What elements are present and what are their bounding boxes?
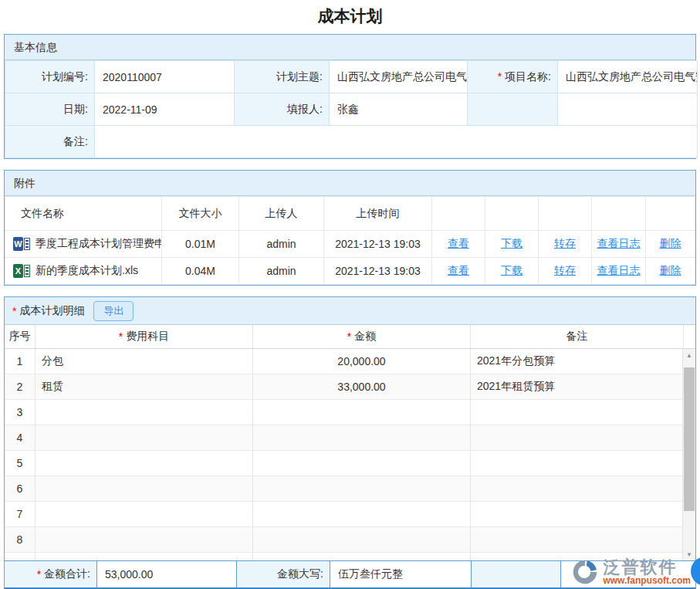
details-rows: 1分包20,000.002021年分包预算2租赁33,000.002021年租赁…	[5, 349, 695, 560]
plan-no-label: 计划编号:	[5, 61, 95, 93]
transfer-link[interactable]: 转存	[554, 264, 576, 276]
delete-link[interactable]: 删除	[660, 237, 681, 249]
reporter-label: 填报人:	[235, 93, 330, 126]
view-log-cell: 查看日志	[592, 258, 646, 285]
view-cell: 查看	[432, 258, 485, 285]
delete-link[interactable]: 删除	[660, 264, 681, 276]
scrollbar-thumb[interactable]	[684, 367, 695, 511]
download-link[interactable]: 下载	[501, 264, 522, 276]
scroll-up-icon[interactable]: ▲	[683, 349, 695, 361]
attachments-tbody: W季度工程成本计划管理费申0.01Madmin2021-12-13 19:03查…	[5, 231, 695, 285]
cost-plan-details-panel: 成本计划明细 导出 序号 费用科目 金额 备注 1分包20,000.002021…	[4, 296, 696, 589]
remark-cell	[471, 476, 684, 502]
subject-cell	[36, 451, 253, 476]
excel-file-icon: X	[13, 264, 30, 278]
amount-in-words-value: 伍万叁仟元整	[330, 561, 472, 587]
plan-subject-label: 计划主题:	[235, 61, 330, 93]
amount-cell	[253, 527, 471, 553]
subject-cell	[36, 400, 253, 425]
file-size-cell: 0.04M	[162, 258, 239, 285]
col-action-2	[485, 197, 539, 231]
upload-time-cell: 2021-12-13 19:03	[324, 258, 432, 285]
col-action-1	[432, 197, 485, 231]
amount-in-words-label: 金额大写:	[237, 561, 330, 587]
col-remark: 备注	[471, 325, 684, 348]
remark-cell	[471, 527, 684, 553]
required-asterisk	[37, 568, 44, 581]
file-icon-page	[24, 238, 30, 250]
details-section-title: 成本计划明细	[19, 304, 84, 318]
row-index-cell: 6	[5, 476, 36, 502]
attachments-panel: 附件 文件名称 文件大小 上传人 上传时间 W季度工程成本计	[4, 170, 696, 286]
col-upload-time: 上传时间	[324, 197, 432, 231]
row-index-cell	[5, 553, 36, 560]
amount-cell: 20,000.00	[253, 349, 471, 374]
view-cell: 查看	[432, 231, 485, 258]
attachment-row: W季度工程成本计划管理费申0.01Madmin2021-12-13 19:03查…	[5, 231, 695, 258]
file-icon-letter: X	[13, 264, 23, 278]
subject-cell	[36, 553, 253, 560]
fanpu-logo: 泛普软件 www.fanpusoft.com	[571, 558, 691, 586]
transfer-link[interactable]: 转存	[554, 237, 576, 249]
table-row: 3	[5, 400, 682, 425]
page-title: 成本计划	[0, 0, 700, 34]
subject-cell	[36, 476, 253, 502]
amount-cell	[253, 425, 471, 451]
export-button[interactable]: 导出	[93, 301, 134, 321]
file-name-cell: X新的季度成本计划.xls	[5, 258, 162, 285]
col-file-size: 文件大小	[162, 197, 239, 231]
plan-subject-value: 山西弘文房地产总公司电气	[330, 61, 468, 93]
col-uploader: 上传人	[239, 197, 324, 231]
view-link[interactable]: 查看	[448, 237, 469, 249]
row-index-cell: 4	[5, 425, 36, 451]
subject-cell: 分包	[36, 349, 253, 374]
table-row: 1分包20,000.002021年分包预算	[5, 349, 682, 374]
col-action-4	[592, 197, 646, 231]
remark-cell	[471, 400, 684, 425]
details-section-header: 成本计划明细 导出	[5, 297, 695, 325]
col-file-name: 文件名称	[5, 197, 162, 231]
view-log-link[interactable]: 查看日志	[597, 264, 641, 276]
col-index: 序号	[5, 325, 36, 348]
basic-info-table: 计划编号: 2020110007 计划主题: 山西弘文房地产总公司电气 项目名称…	[5, 60, 698, 158]
vertical-scrollbar[interactable]: ▲ ▼	[682, 349, 695, 560]
basic-info-section-header: 基本信息	[5, 35, 695, 60]
transfer-cell: 转存	[539, 258, 592, 285]
subject-cell	[36, 527, 253, 553]
subject-cell	[36, 425, 253, 451]
table-row: 6	[5, 476, 682, 502]
amount-cell	[253, 476, 471, 502]
download-cell: 下载	[485, 231, 539, 258]
fanpu-logo-icon	[571, 558, 599, 586]
subject-cell: 租赁	[36, 374, 253, 400]
row-index-cell: 7	[5, 502, 36, 527]
subject-cell	[36, 502, 253, 527]
footer-empty-label-cell	[472, 561, 561, 587]
remark-cell	[471, 425, 684, 451]
amount-cell	[253, 502, 471, 527]
table-row: 8	[5, 527, 682, 553]
view-log-link[interactable]: 查看日志	[597, 237, 641, 249]
attachments-table: 文件名称 文件大小 上传人 上传时间 W季度工程成本计划管理费申0.01Madm…	[5, 196, 695, 285]
view-link[interactable]: 查看	[448, 264, 469, 276]
transfer-cell: 转存	[539, 231, 592, 258]
details-header-row: 序号 费用科目 金额 备注	[5, 325, 695, 349]
uploader-cell: admin	[239, 258, 324, 285]
file-icon-page	[24, 265, 30, 277]
remark-label: 备注:	[5, 126, 95, 158]
date-label: 日期:	[5, 93, 95, 126]
file-size-cell: 0.01M	[162, 231, 239, 258]
download-cell: 下载	[485, 258, 539, 285]
amount-cell: 33,000.00	[253, 374, 471, 400]
plan-no-value: 2020110007	[95, 61, 235, 93]
uploader-cell: admin	[239, 231, 324, 258]
required-asterisk	[12, 305, 19, 317]
brand-name: 泛普软件	[603, 559, 691, 576]
reporter-value: 张鑫	[330, 93, 468, 126]
upload-time-cell: 2021-12-13 19:03	[324, 231, 432, 258]
word-file-icon: W	[13, 237, 30, 251]
download-link[interactable]: 下载	[501, 237, 522, 249]
total-amount-value: 53,000.00	[97, 561, 237, 587]
basic-info-panel: 基本信息 计划编号: 2020110007 计划主题: 山西弘文房地产总公司电气…	[4, 34, 696, 159]
required-asterisk	[498, 70, 505, 83]
